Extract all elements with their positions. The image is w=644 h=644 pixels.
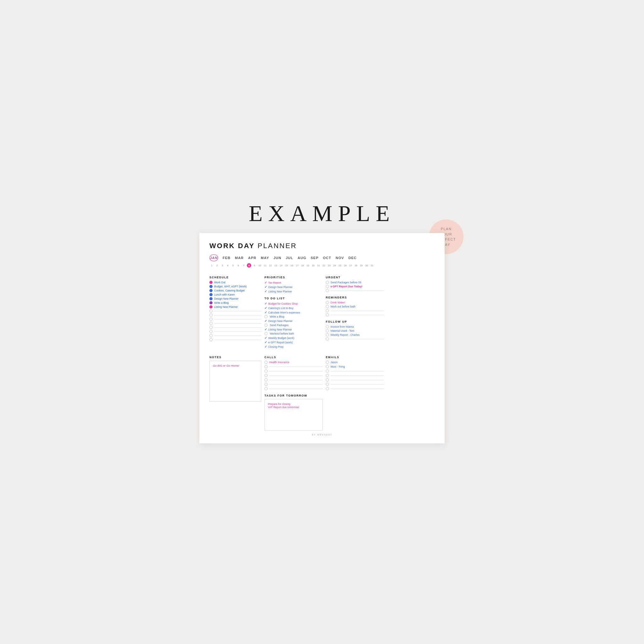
list-item (264, 383, 323, 386)
emails-title: EMAILS (326, 356, 384, 359)
pink-dot-icon (209, 305, 213, 308)
list-item: e-SPT Report Due Today! (326, 285, 384, 288)
month-jan[interactable]: JAN (209, 254, 218, 261)
list-item: ✓Design New Planner (264, 285, 323, 289)
month-nov[interactable]: NOV (336, 256, 344, 260)
list-item: ✓Closing Prep (264, 345, 323, 348)
list-item: Invoice from Maesa (326, 325, 384, 328)
day-10[interactable]: 10 (258, 263, 262, 268)
day-30[interactable]: 30 (364, 263, 369, 268)
month-dec[interactable]: DEC (348, 256, 357, 260)
list-item: Weekly Report - Charles (326, 333, 384, 336)
month-sep[interactable]: SEP (311, 256, 319, 260)
day-2[interactable]: 2 (215, 263, 219, 268)
list-item (209, 314, 261, 317)
list-item (326, 387, 384, 390)
list-item: Jason (326, 361, 384, 364)
list-item: Wuxi - Feng (326, 365, 384, 368)
month-mar[interactable]: MAR (235, 256, 244, 260)
blue-dot-icon (209, 285, 213, 288)
list-item: Design New Planner (209, 297, 261, 300)
pink-dot-icon (209, 281, 213, 284)
planner-title-light: PLANNER (255, 242, 297, 250)
purple-dot-icon (209, 301, 213, 304)
day-25[interactable]: 25 (338, 263, 342, 268)
day-13[interactable]: 13 (274, 263, 278, 268)
month-jun[interactable]: JUN (274, 256, 281, 260)
list-item: Workout before bath (264, 332, 323, 335)
day-8[interactable]: 8 (247, 263, 251, 268)
planner-header: WORK DAY PLANNER (209, 242, 435, 250)
day-23[interactable]: 23 (327, 263, 331, 268)
list-item (326, 289, 384, 292)
day-26[interactable]: 26 (343, 263, 347, 268)
blue-dot-icon (209, 297, 213, 300)
schedule-section: SCHEDULE Work Out Budget, WHT, eSPT (Wor… (209, 272, 261, 349)
day-14[interactable]: 14 (279, 263, 283, 268)
list-item: ✓Weekly Budget (work) (264, 336, 323, 340)
day-28[interactable]: 28 (354, 263, 358, 268)
month-aug[interactable]: AUG (298, 256, 306, 260)
day-21[interactable]: 21 (316, 263, 321, 268)
footer-text: BY MRSNEAT (209, 434, 435, 436)
list-item (209, 334, 261, 337)
day-9[interactable]: 9 (252, 263, 257, 268)
list-item (209, 309, 261, 313)
list-item: Send Packages (264, 324, 323, 327)
list-item: Work Out (209, 281, 261, 284)
list-item: Lunch with Karen (209, 293, 261, 296)
list-item (264, 378, 323, 381)
day-19[interactable]: 19 (306, 263, 310, 268)
day-3[interactable]: 3 (220, 263, 225, 268)
day-29[interactable]: 29 (359, 263, 364, 268)
sections-grid: SCHEDULE Work Out Budget, WHT, eSPT (Wor… (209, 272, 435, 349)
day-17[interactable]: 17 (295, 263, 299, 268)
blue-dot-icon (209, 293, 213, 296)
planner-card: WORK DAY PLANNER JAN FEB MAR APR MAY JUN… (199, 233, 445, 443)
day-12[interactable]: 12 (268, 263, 273, 268)
todo-title: TO DO LIST (264, 297, 323, 300)
month-feb[interactable]: FEB (223, 256, 230, 260)
month-apr[interactable]: APR (248, 256, 256, 260)
day-24[interactable]: 24 (332, 263, 337, 268)
list-item: Health Insurance (264, 361, 323, 364)
day-4[interactable]: 4 (225, 263, 230, 268)
day-11[interactable]: 11 (263, 263, 267, 268)
month-oct[interactable]: OCT (323, 256, 331, 260)
month-jul[interactable]: JUL (286, 256, 293, 260)
calls-section: CALLS Health Insurance (264, 352, 323, 430)
tasks-tomorrow-box[interactable]: Prepare for closingVAT Report due tomorr… (264, 399, 323, 430)
outer-wrapper: EXAMPLE PLANYOURPERFECTDAY WORK DAY PLAN… (199, 201, 445, 443)
day-5[interactable]: 5 (231, 263, 235, 268)
month-may[interactable]: MAY (261, 256, 269, 260)
planner-title-bold: WORK DAY (209, 242, 255, 250)
day-7[interactable]: 7 (241, 263, 246, 268)
list-item (264, 387, 323, 390)
day-15[interactable]: 15 (284, 263, 289, 268)
page-title: EXAMPLE (199, 201, 445, 227)
list-item (264, 369, 323, 373)
urgent-title: URGENT (326, 276, 384, 279)
list-item: ✓Calculate Mom's expenses (264, 311, 323, 314)
day-27[interactable]: 27 (348, 263, 353, 268)
urgent-section: URGENT Send Packages before 09 e-SPT Rep… (326, 272, 384, 349)
day-20[interactable]: 20 (311, 263, 315, 268)
schedule-title: SCHEDULE (209, 276, 261, 279)
list-item: Write a Blog (264, 315, 323, 318)
day-16[interactable]: 16 (290, 263, 294, 268)
notes-box[interactable]: Go BIG or Go Home! (209, 361, 261, 402)
followup-title: FOLLOW UP (326, 320, 384, 323)
list-item: ✓Catering's List to Buy (264, 306, 323, 310)
day-22[interactable]: 22 (322, 263, 326, 268)
list-item: Material Used - Tom (326, 329, 384, 332)
reminders-title: REMINDERS (326, 296, 384, 299)
blue-dot-icon (209, 289, 213, 292)
list-item (209, 326, 261, 329)
day-6[interactable]: 6 (236, 263, 241, 268)
list-item: ✓Budget for Cookies Shop (264, 302, 323, 305)
day-1[interactable]: 1 (209, 263, 214, 268)
day-18[interactable]: 18 (300, 263, 305, 268)
list-item (326, 378, 384, 381)
priorities-todo-section: PRIORITIES ✓Tax Report ✓Design New Plann… (264, 272, 323, 349)
day-31[interactable]: 31 (370, 263, 374, 268)
